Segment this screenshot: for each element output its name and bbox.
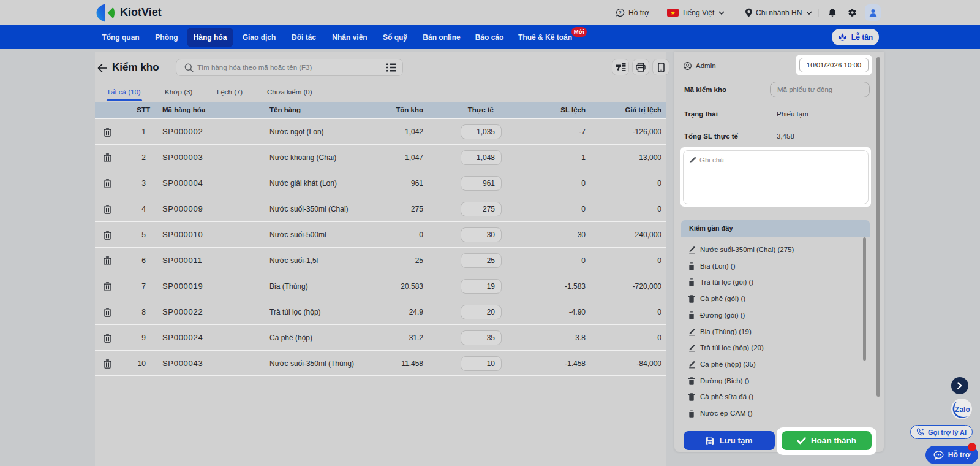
- svg-text:★: ★: [670, 10, 675, 16]
- svg-text:?: ?: [619, 10, 622, 15]
- svg-text:Zalo: Zalo: [955, 405, 970, 414]
